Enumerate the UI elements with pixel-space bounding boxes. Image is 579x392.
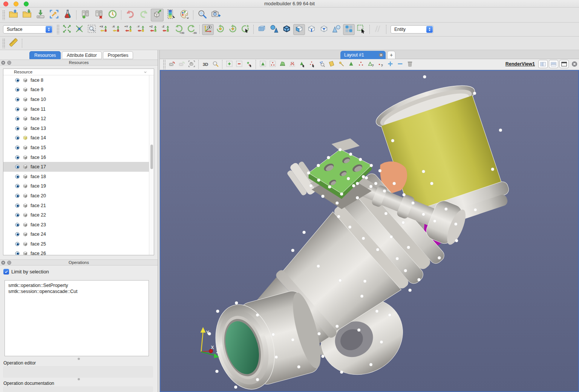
tree-row[interactable]: face 18	[3, 172, 154, 182]
interactive-select-button[interactable]	[355, 24, 367, 35]
operation-editor-area[interactable]	[3, 366, 153, 378]
simulation-setup-button[interactable]	[61, 9, 74, 21]
tree-row[interactable]: face 17	[3, 162, 154, 172]
tree-row[interactable]: face 12	[3, 114, 154, 124]
float-pane-icon[interactable]	[7, 260, 12, 266]
operation-item[interactable]: smtk::session::opencascade::Cut	[8, 288, 149, 294]
pick-rotation-center-button[interactable]	[239, 24, 251, 35]
close-tab-icon[interactable]	[378, 52, 384, 58]
minimize-window-button[interactable]	[14, 2, 18, 6]
redo-button[interactable]	[137, 9, 150, 21]
visibility-eye-icon[interactable]	[15, 87, 20, 92]
select-meshes-button[interactable]	[256, 24, 268, 35]
clear-selection-button[interactable]	[405, 60, 414, 69]
tree-row[interactable]: face 20	[3, 191, 154, 201]
tree-row[interactable]: face 21	[3, 201, 154, 210]
toggle-2d-3d-button[interactable]: 3D	[201, 60, 210, 69]
select-edges-button[interactable]	[306, 24, 317, 35]
toolbar-drag-handle[interactable]	[2, 10, 5, 20]
selection-type-combo[interactable]: Entity▲▼	[391, 25, 433, 34]
representation-combo[interactable]: Surface▲▼	[3, 25, 53, 34]
modify-selection-button[interactable]	[244, 60, 253, 69]
resource-tree-header[interactable]: Resource	[3, 69, 154, 75]
hover-cells-button[interactable]: ?	[366, 60, 375, 69]
server-disconnect-button[interactable]	[92, 9, 105, 21]
split-horizontal-button[interactable]	[538, 60, 548, 68]
recent-files-button[interactable]	[106, 9, 119, 21]
limit-by-selection-checkbox[interactable]	[3, 269, 9, 275]
show-orientation-axes-button[interactable]	[202, 24, 214, 35]
tree-row[interactable]: face 26	[3, 249, 154, 255]
remove-from-selection-button[interactable]	[234, 60, 244, 69]
rotate-90-clockwise-button[interactable]: +90	[173, 24, 185, 35]
rotate-about-origin-button[interactable]	[227, 24, 239, 35]
zoom-search-button[interactable]	[196, 9, 208, 21]
tree-row[interactable]: face 25	[3, 239, 154, 249]
tree-row[interactable]: face 22	[3, 210, 154, 220]
visibility-eye-icon[interactable]	[15, 203, 20, 208]
zoom-to-fit-button[interactable]	[61, 24, 73, 35]
tree-row[interactable]: face 10	[3, 95, 154, 104]
magnifier-button[interactable]	[211, 60, 220, 69]
visibility-eye-icon[interactable]	[15, 116, 20, 121]
select-cells-through-button[interactable]	[278, 60, 287, 69]
visibility-eye-icon[interactable]	[15, 222, 20, 227]
find-data-button[interactable]	[317, 60, 326, 69]
visibility-eye-icon[interactable]	[15, 78, 20, 83]
export-file-button[interactable]	[47, 9, 60, 21]
select-cells-polygon-button[interactable]	[297, 60, 306, 69]
tree-row[interactable]: face 13	[3, 124, 154, 133]
splitter-handle[interactable]	[78, 358, 80, 360]
zoom-to-box-button[interactable]	[86, 24, 98, 35]
reset-camera-closest-button[interactable]	[177, 60, 186, 69]
visibility-eye-icon[interactable]	[15, 126, 20, 131]
zoom-closest-button[interactable]	[74, 24, 85, 35]
renderview-name[interactable]: RenderView1	[505, 61, 535, 67]
toolbar-drag-handle[interactable]	[2, 38, 5, 48]
grow-selection-button[interactable]	[386, 60, 395, 69]
close-view-icon[interactable]	[571, 61, 578, 67]
new-layout-tab-button[interactable]: +	[387, 51, 395, 59]
operations-list[interactable]: smtk::operation::SetPropertysmtk::sessio…	[5, 280, 149, 356]
select-points-through-button[interactable]	[288, 60, 297, 69]
tree-row[interactable]: face 8	[3, 75, 154, 85]
rotate-about-center-button[interactable]	[214, 24, 226, 35]
tab-attribute-editor[interactable]: Attribute Editor	[62, 51, 101, 59]
capture-screenshot-button[interactable]	[209, 9, 222, 21]
server-connect-button[interactable]	[79, 9, 92, 21]
splitter-handle[interactable]	[78, 378, 80, 380]
tab-properties[interactable]: Properties	[103, 51, 133, 59]
close-pane-icon[interactable]	[1, 60, 6, 66]
visibility-eye-icon[interactable]	[15, 107, 20, 112]
combo-stepper-icon[interactable]: ▲▼	[46, 26, 52, 33]
view-plus-z-button[interactable]: +Z	[148, 24, 160, 35]
view-plus-x-button[interactable]: +X	[98, 24, 110, 35]
reset-camera-button[interactable]	[167, 60, 176, 69]
zoom-camera-to-box-button[interactable]	[187, 60, 196, 69]
zoom-window-button[interactable]	[24, 2, 29, 6]
visibility-eye-icon[interactable]	[15, 135, 20, 140]
undo-button[interactable]	[124, 9, 136, 21]
toolbar-drag-handle[interactable]	[57, 24, 59, 34]
tree-row[interactable]: face 23	[3, 220, 154, 230]
visibility-eye-icon[interactable]	[15, 145, 20, 150]
visibility-eye-icon[interactable]	[15, 155, 20, 160]
tree-scrollbar[interactable]	[149, 75, 154, 255]
tree-row[interactable]: face 24	[3, 230, 154, 239]
tree-row[interactable]: face 15	[3, 143, 154, 153]
pick-point-button[interactable]	[337, 60, 346, 69]
layout-tab[interactable]: Layout #1	[340, 51, 386, 59]
tree-scrollbar-thumb[interactable]	[150, 145, 153, 169]
add-to-selection-button[interactable]	[225, 60, 234, 69]
render-viewport[interactable]: Y X Z	[160, 70, 579, 392]
tree-row[interactable]: face 11	[3, 104, 154, 114]
view-minus-z-button[interactable]: -Z	[161, 24, 172, 35]
select-blocks-button[interactable]	[343, 24, 355, 35]
select-volumes-button[interactable]	[281, 24, 293, 35]
float-pane-icon[interactable]	[7, 60, 12, 66]
interactive-select-points-button[interactable]	[356, 60, 365, 69]
view-minus-x-button[interactable]: -X	[111, 24, 123, 35]
shrink-selection-button[interactable]	[395, 60, 404, 69]
visibility-eye-icon[interactable]	[15, 232, 20, 237]
select-points-on-surface-button[interactable]	[268, 60, 277, 69]
